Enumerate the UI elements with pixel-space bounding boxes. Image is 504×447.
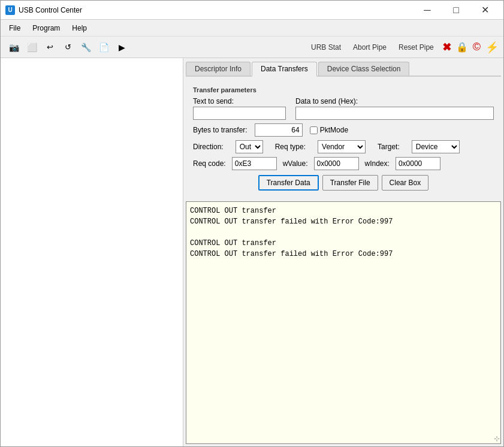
params-row1: Text to send: Data to send (Hex): [193, 97, 494, 120]
target-label: Target: [378, 143, 400, 151]
data-to-send-input[interactable] [295, 107, 494, 120]
transfer-file-button[interactable]: Transfer File [322, 175, 378, 191]
menu-program[interactable]: Program [26, 22, 66, 35]
menu-bar: File Program Help [1, 20, 503, 37]
toolbar-btn-wrench[interactable]: 🔧 [77, 39, 94, 56]
params-row4: Req code: wValue: wIndex: [193, 157, 494, 170]
tab-bar: Descriptor Info Data Transfers Device Cl… [186, 61, 501, 77]
section-label: Transfer parameters [193, 86, 494, 93]
data-to-send-label: Data to send (Hex): [295, 97, 494, 105]
menu-file[interactable]: File [3, 22, 26, 35]
params-wrapper: Transfer parameters Text to send: Data t… [186, 81, 501, 199]
transfer-data-button[interactable]: Transfer Data [258, 175, 319, 191]
reqcode-label: Req code: [193, 159, 226, 168]
menu-help[interactable]: Help [66, 22, 93, 35]
toolbar-right: URB Stat Abort Pipe Reset Pipe ✖ 🔒 © ⚡ [307, 41, 499, 54]
windex-label: wIndex: [365, 159, 390, 168]
data-to-send-col: Data to send (Hex): [295, 97, 494, 120]
direction-select[interactable]: In Out [236, 140, 263, 153]
toolbar: 📷 ⬜ ↩ ↺ 🔧 📄 ▶ URB Stat Abort Pipe Reset … [1, 37, 503, 58]
windex-input[interactable] [396, 157, 440, 170]
bytes-input[interactable] [255, 123, 303, 137]
toolbar-btn-play[interactable]: ▶ [113, 39, 130, 56]
app-icon: U [5, 5, 15, 15]
output-box[interactable]: CONTROL OUT transfer CONTROL OUT transfe… [186, 201, 501, 444]
params-row2: Bytes to transfer: PktMode [193, 123, 494, 137]
tab-device-class-selection[interactable]: Device Class Selection [318, 62, 410, 75]
x-red-icon[interactable]: ✖ [442, 41, 451, 54]
close-button[interactable]: ✕ [471, 2, 499, 19]
text-to-send-label: Text to send: [193, 97, 286, 105]
tab-descriptor-info[interactable]: Descriptor Info [186, 62, 251, 75]
window-controls: ─ □ ✕ [414, 2, 499, 19]
left-panel [1, 58, 183, 446]
urb-stat-button[interactable]: URB Stat [307, 42, 345, 53]
clear-box-button[interactable]: Clear Box [382, 175, 429, 191]
c-red-icon[interactable]: © [473, 41, 481, 53]
toolbar-btn-doc[interactable]: 📄 [95, 39, 112, 56]
window-title: USB Control Center [19, 6, 414, 14]
minimize-button[interactable]: ─ [414, 2, 441, 19]
tab-data-transfers[interactable]: Data Transfers [252, 62, 317, 77]
buttons-row: Transfer Data Transfer File Clear Box [193, 175, 494, 191]
toolbar-btn-square[interactable]: ⬜ [23, 39, 40, 56]
maximize-button[interactable]: □ [442, 2, 470, 19]
reqtype-label: Req type: [275, 143, 306, 151]
text-to-send-input[interactable] [193, 107, 286, 120]
right-panel: Descriptor Info Data Transfers Device Cl… [183, 58, 503, 446]
abort-pipe-button[interactable]: Abort Pipe [349, 42, 390, 53]
toolbar-btn-undo[interactable]: ↩ [41, 39, 58, 56]
pktmode-row: PktMode [310, 126, 348, 134]
direction-label: Direction: [193, 143, 224, 151]
resize-grip[interactable]: ⊹ [494, 434, 500, 443]
right-panel-inner: Transfer parameters Text to send: Data t… [186, 81, 501, 444]
toolbar-btn-camera[interactable]: 📷 [5, 39, 22, 56]
main-content: Descriptor Info Data Transfers Device Cl… [1, 58, 503, 446]
toolbar-btn-refresh[interactable]: ↺ [59, 39, 76, 56]
target-select[interactable]: Device Interface Endpoint Other [412, 140, 460, 153]
params-row3: Direction: In Out Req type: Standard Cla… [193, 140, 494, 153]
title-bar: U USB Control Center ─ □ ✕ [1, 1, 503, 20]
wvalue-label: wValue: [283, 159, 308, 168]
text-to-send-col: Text to send: [193, 97, 286, 120]
lightning-icon[interactable]: ⚡ [485, 41, 499, 54]
wvalue-input[interactable] [314, 157, 359, 170]
bytes-label: Bytes to transfer: [193, 126, 248, 134]
reset-pipe-button[interactable]: Reset Pipe [395, 42, 437, 53]
main-window: U USB Control Center ─ □ ✕ File Program … [0, 0, 504, 447]
reqcode-input[interactable] [232, 157, 277, 170]
lock-icon[interactable]: 🔒 [456, 41, 468, 53]
pktmode-label: PktMode [320, 126, 348, 134]
reqtype-select[interactable]: Standard Class Vendor [318, 140, 366, 153]
pktmode-checkbox[interactable] [310, 126, 318, 134]
